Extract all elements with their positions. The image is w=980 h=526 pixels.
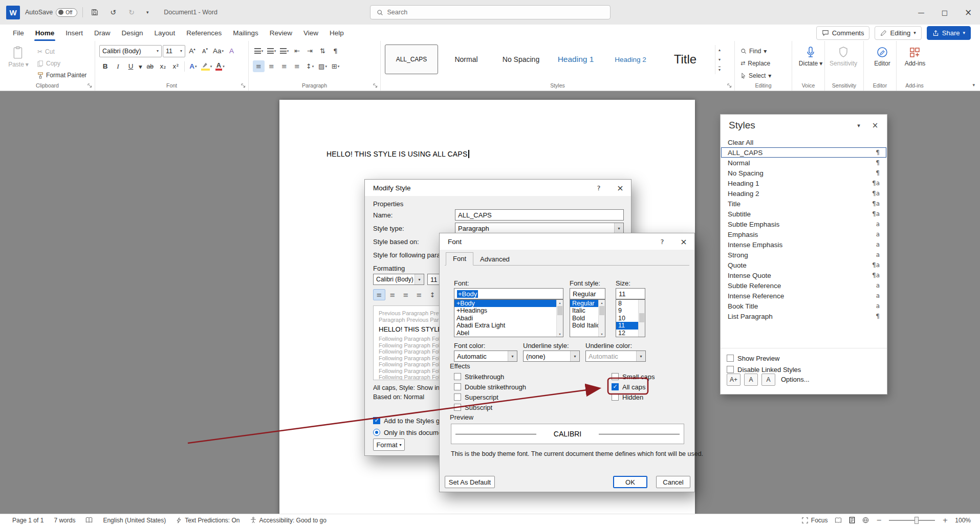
font-color-dropdown[interactable]: Automatic▾ bbox=[454, 350, 517, 362]
font-list[interactable]: +Body +Headings Abadi Abadi Extra Light … bbox=[454, 299, 563, 337]
underline-button[interactable]: U bbox=[125, 60, 137, 72]
style-gallery-all-caps[interactable]: ALL_CAPS bbox=[385, 45, 438, 74]
clipboard-dialog-launcher[interactable] bbox=[87, 83, 92, 88]
help-button[interactable]: ? bbox=[651, 233, 673, 250]
checkbox-icon[interactable] bbox=[727, 366, 734, 373]
tab-file[interactable]: File bbox=[7, 25, 30, 41]
styles-pane-item-emphasis[interactable]: Emphasisa bbox=[721, 229, 886, 239]
web-layout-button[interactable] bbox=[862, 517, 869, 523]
align-center-button[interactable]: ≡ bbox=[266, 60, 277, 72]
tab-draw[interactable]: Draw bbox=[89, 25, 116, 41]
styles-pane-item-all-caps[interactable]: ALL_CAPS¶ bbox=[721, 147, 886, 158]
dictate-button[interactable]: Dictate▾ bbox=[796, 45, 825, 67]
print-layout-button[interactable] bbox=[849, 517, 855, 523]
font-list-item[interactable]: Abadi Extra Light bbox=[454, 322, 563, 329]
underline-color-dropdown[interactable]: Automatic▾ bbox=[585, 350, 646, 362]
styles-pane-item-quote[interactable]: Quote¶a bbox=[721, 260, 886, 270]
style-gallery-down-button[interactable]: ▾ bbox=[715, 55, 724, 64]
font-list-item[interactable]: Abel bbox=[454, 330, 563, 337]
borders-button[interactable]: ⊞▾ bbox=[330, 60, 341, 72]
numbering-button[interactable]: ▾ bbox=[266, 45, 277, 57]
tab-layout[interactable]: Layout bbox=[149, 25, 181, 41]
editing-mode-button[interactable]: Editing ▾ bbox=[875, 26, 921, 40]
find-button[interactable]: Find▾ bbox=[739, 46, 788, 56]
justify-button[interactable]: ≡ bbox=[291, 60, 303, 72]
cancel-button[interactable]: Cancel bbox=[656, 476, 690, 488]
styles-pane-close-icon[interactable]: × bbox=[868, 120, 882, 131]
size-input[interactable]: 11 bbox=[616, 288, 645, 299]
quick-access-more-button[interactable]: ▾ bbox=[143, 6, 151, 19]
font-color-button[interactable]: A▾ bbox=[214, 60, 226, 72]
copy-button[interactable]: Copy bbox=[36, 58, 88, 69]
superscript-checkbox[interactable]: Superscript bbox=[454, 393, 526, 401]
modify-style-titlebar[interactable]: Modify Style ? × bbox=[365, 180, 631, 196]
increase-indent-button[interactable]: ⇥ bbox=[304, 45, 316, 57]
sensitivity-button[interactable]: Sensitivity bbox=[829, 45, 858, 67]
checkbox-icon[interactable] bbox=[612, 393, 619, 401]
size-list-scrollbar[interactable] bbox=[638, 300, 645, 337]
replace-button[interactable]: ⇄Replace bbox=[739, 58, 788, 69]
minimize-button[interactable]: — bbox=[909, 0, 933, 25]
tab-insert[interactable]: Insert bbox=[60, 25, 89, 41]
preview-align-right-button[interactable]: ≡ bbox=[400, 289, 412, 300]
page-indicator[interactable]: Page 1 of 1 bbox=[12, 517, 43, 524]
tab-design[interactable]: Design bbox=[116, 25, 149, 41]
scroll-up-icon[interactable]: ▴ bbox=[599, 300, 605, 305]
highlight-color-button[interactable]: ▾ bbox=[200, 60, 213, 72]
strikethrough-checkbox[interactable]: Strikethrough bbox=[454, 372, 526, 381]
close-icon[interactable]: × bbox=[673, 233, 694, 250]
only-in-document-radio[interactable]: Only in this document bbox=[373, 428, 448, 436]
text-predictions-indicator[interactable]: Text Predictions: On bbox=[176, 517, 239, 524]
multilevel-list-button[interactable]: ▾ bbox=[278, 45, 290, 57]
checkbox-checked-icon[interactable] bbox=[612, 383, 619, 390]
styles-pane-item-subtle-emphasis[interactable]: Subtle Emphasisa bbox=[721, 219, 886, 229]
zoom-in-button[interactable]: + bbox=[942, 516, 948, 524]
bullets-button[interactable]: ▾ bbox=[253, 45, 265, 57]
focus-mode-button[interactable]: Focus bbox=[802, 517, 828, 524]
word-count[interactable]: 7 words bbox=[54, 517, 75, 524]
font-list-scrollbar[interactable]: ▴▾ bbox=[556, 300, 563, 337]
accessibility-indicator[interactable]: Accessibility: Good to go bbox=[250, 517, 326, 524]
style-gallery-title[interactable]: Title bbox=[659, 45, 712, 74]
font-size-combo[interactable]: 11▾ bbox=[163, 45, 185, 57]
paste-button[interactable]: Paste▾ bbox=[4, 45, 33, 80]
checkbox-icon[interactable] bbox=[612, 373, 619, 380]
change-case-button[interactable]: Aa▾ bbox=[212, 45, 225, 57]
tab-home[interactable]: Home bbox=[30, 25, 60, 41]
undo-button[interactable]: ↺ bbox=[106, 6, 120, 19]
word-logo[interactable]: W bbox=[6, 6, 20, 19]
italic-button[interactable]: I bbox=[112, 60, 124, 72]
radio-selected-icon[interactable] bbox=[373, 429, 380, 436]
addins-button[interactable]: Add-ins bbox=[901, 45, 929, 67]
grow-font-button[interactable]: A▴ bbox=[186, 45, 198, 57]
small-caps-checkbox[interactable]: Small caps bbox=[612, 372, 655, 381]
language-indicator[interactable]: English (United States) bbox=[103, 517, 166, 524]
font-list-item[interactable]: +Headings bbox=[454, 307, 563, 314]
font-style-scrollbar[interactable]: ▴▾ bbox=[598, 300, 605, 337]
share-button[interactable]: Share ▾ bbox=[927, 26, 971, 40]
ok-button[interactable]: OK bbox=[613, 476, 647, 488]
tab-advanced[interactable]: Advanced bbox=[473, 253, 516, 266]
font-name-input[interactable]: +Body bbox=[454, 288, 563, 299]
zoom-slider[interactable] bbox=[889, 520, 935, 521]
tab-view[interactable]: View bbox=[298, 25, 324, 41]
styles-pane-item-list-paragraph[interactable]: List Paragraph¶ bbox=[721, 311, 886, 321]
text-effects-button[interactable]: A▾ bbox=[187, 60, 199, 72]
font-list-item[interactable]: +Body bbox=[454, 300, 563, 307]
font-dialog-titlebar[interactable]: Font ? × bbox=[440, 233, 694, 250]
subscript-button[interactable]: x₂ bbox=[157, 60, 169, 72]
autosave-toggle[interactable]: AutoSave Off bbox=[25, 8, 77, 17]
styles-dialog-launcher[interactable] bbox=[727, 83, 732, 88]
underline-options-chevron[interactable]: ▾ bbox=[138, 60, 143, 72]
checkbox-icon[interactable] bbox=[727, 355, 734, 362]
styles-pane-item-intense-reference[interactable]: Intense Referencea bbox=[721, 291, 886, 301]
save-button[interactable] bbox=[88, 6, 101, 19]
hidden-checkbox[interactable]: Hidden bbox=[612, 393, 655, 401]
styles-pane-item-intense-quote[interactable]: Intense Quote¶a bbox=[721, 270, 886, 280]
cut-button[interactable]: ✂Cut bbox=[36, 47, 88, 57]
styles-pane-item-heading-1[interactable]: Heading 1¶a bbox=[721, 178, 886, 188]
styles-pane-item-title[interactable]: Title¶a bbox=[721, 199, 886, 209]
align-right-button[interactable]: ≡ bbox=[278, 60, 290, 72]
autosave-pill[interactable]: Off bbox=[56, 8, 77, 17]
tab-review[interactable]: Review bbox=[264, 25, 298, 41]
